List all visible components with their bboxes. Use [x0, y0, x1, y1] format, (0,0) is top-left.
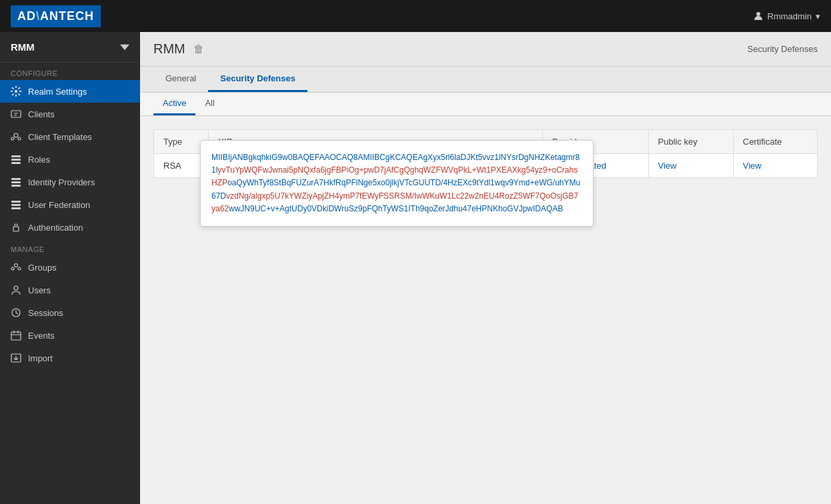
sidebar-item-roles[interactable]: Roles — [0, 148, 140, 171]
public-key-link[interactable]: View — [658, 161, 677, 171]
col-certificate: Certificate — [733, 130, 817, 154]
sidebar-item-user-federation[interactable]: User Federation — [0, 193, 140, 216]
sidebar-item-label: Client Templates — [28, 132, 92, 142]
sidebar-item-label: User Federation — [28, 200, 90, 210]
col-public-key: Public key — [648, 130, 733, 154]
main-tabs: General Security Defenses — [140, 67, 831, 93]
certificate-link[interactable]: View — [743, 161, 762, 171]
sidebar-item-label: Clients — [28, 109, 55, 119]
manage-section-label: Manage — [0, 239, 140, 256]
delete-icon[interactable]: 🗑 — [193, 43, 204, 55]
sidebar-item-client-templates[interactable]: Client Templates — [0, 125, 140, 148]
svg-point-18 — [18, 267, 21, 270]
user-label: Rmmadmin — [768, 11, 812, 21]
sidebar-item-identity-providers[interactable]: Identity Providers — [0, 171, 140, 193]
svg-rect-21 — [11, 332, 21, 340]
svg-rect-13 — [11, 204, 21, 206]
user-menu[interactable]: Rmmadmin ▾ — [753, 11, 820, 21]
sidebar-item-import[interactable]: Import — [0, 347, 140, 369]
groups-icon — [11, 262, 21, 273]
breadcrumb-extra: Security Defenses — [748, 44, 818, 54]
content-area: RMM 🗑 Security Defenses General Security… — [140, 32, 831, 504]
realm-settings-icon — [11, 86, 21, 97]
svg-point-5 — [18, 137, 21, 140]
chevron-down-icon: ▾ — [816, 11, 820, 21]
logo: AD\ANTECH — [11, 5, 101, 27]
cell-certificate: View — [733, 154, 817, 178]
svg-rect-2 — [11, 111, 21, 117]
realm-name: RMM — [11, 41, 35, 53]
sidebar-item-authentication[interactable]: Authentication — [0, 216, 140, 239]
svg-rect-9 — [11, 178, 21, 180]
roles-icon — [11, 154, 21, 165]
topbar: AD\ANTECH Rmmadmin ▾ — [0, 0, 831, 32]
sidebar-item-label: Identity Providers — [28, 177, 95, 187]
sidebar-item-users[interactable]: Users — [0, 279, 140, 301]
logo-text: AD\ANTECH — [17, 9, 94, 23]
user-federation-icon — [11, 199, 21, 210]
svg-rect-15 — [13, 227, 19, 231]
sidebar-item-label: Realm Settings — [28, 87, 87, 97]
tooltip-popup: MIIBIjANBgkqhkiG9w0BAQEFAAOCAQ8AMIIBCgKC… — [200, 140, 594, 227]
svg-point-19 — [14, 286, 18, 290]
main-layout: RMM Configure Realm Settings Clients Cli… — [0, 32, 831, 504]
page-title: RMM — [153, 41, 185, 57]
sidebar-item-label: Groups — [28, 263, 57, 273]
svg-point-1 — [15, 90, 17, 93]
svg-point-4 — [11, 137, 14, 140]
svg-rect-6 — [11, 155, 21, 157]
svg-rect-7 — [11, 159, 21, 161]
tooltip-text-blue-3: wwJN9UC+v+AgtUDy0VDkiDWruSz9pFQhTyWS1ITh… — [229, 204, 563, 213]
sidebar-item-realm-settings[interactable]: Realm Settings — [0, 80, 140, 103]
user-icon — [753, 11, 764, 21]
sub-tabs: Active All — [140, 93, 831, 116]
sidebar-item-events[interactable]: Events — [0, 324, 140, 347]
import-icon — [11, 353, 21, 363]
sidebar-item-sessions[interactable]: Sessions — [0, 301, 140, 324]
configure-section-label: Configure — [0, 63, 140, 80]
authentication-icon — [11, 222, 21, 233]
content-header: RMM 🗑 Security Defenses — [140, 32, 831, 67]
events-icon — [11, 330, 21, 341]
svg-point-0 — [756, 12, 760, 16]
client-templates-icon — [11, 131, 21, 142]
svg-rect-8 — [11, 162, 21, 164]
svg-point-17 — [11, 267, 14, 270]
svg-rect-11 — [11, 185, 21, 187]
identity-providers-icon — [11, 177, 21, 187]
tab-security-defenses[interactable]: Security Defenses — [208, 67, 307, 92]
sidebar-item-clients[interactable]: Clients — [0, 103, 140, 125]
table-area: MIIBIjANBgkqhkiG9w0BAQEFAAOCAQ8AMIIBCgKC… — [140, 116, 831, 504]
tab-general[interactable]: General — [153, 67, 208, 92]
clients-icon — [11, 109, 21, 119]
sidebar-item-label: Authentication — [28, 223, 83, 233]
sidebar-item-label: Import — [28, 353, 53, 363]
realm-selector[interactable]: RMM — [0, 32, 140, 63]
svg-rect-14 — [11, 207, 21, 209]
svg-point-3 — [14, 133, 18, 137]
sub-tab-active[interactable]: Active — [153, 93, 195, 115]
chevron-down-icon — [120, 43, 129, 52]
sidebar-item-label: Roles — [28, 155, 50, 165]
svg-rect-12 — [11, 201, 21, 203]
sidebar-item-label: Events — [28, 331, 55, 341]
users-icon — [11, 285, 21, 295]
sidebar: RMM Configure Realm Settings Clients Cli… — [0, 32, 140, 504]
svg-rect-10 — [11, 181, 21, 183]
sidebar-item-label: Sessions — [28, 308, 63, 318]
sidebar-item-groups[interactable]: Groups — [0, 256, 140, 279]
svg-point-16 — [15, 264, 18, 267]
sessions-icon — [11, 307, 21, 318]
sub-tab-all[interactable]: All — [195, 93, 223, 115]
cell-public-key: View — [648, 154, 733, 178]
sidebar-item-label: Users — [28, 285, 51, 295]
